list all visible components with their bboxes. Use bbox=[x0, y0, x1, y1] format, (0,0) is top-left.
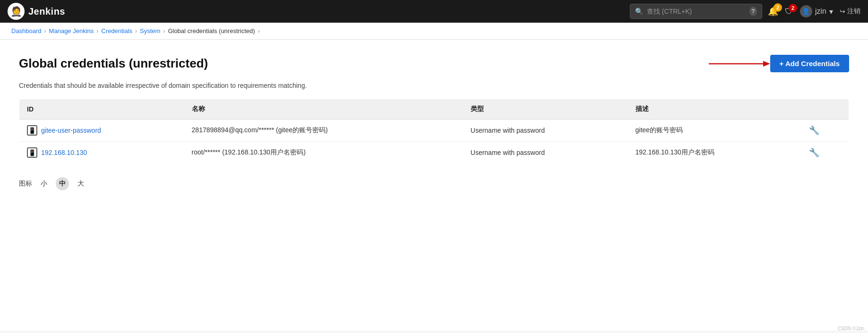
size-medium[interactable]: 中 bbox=[56, 177, 69, 190]
col-header-actions bbox=[801, 99, 849, 120]
size-selector-label: 图标 bbox=[19, 179, 32, 188]
size-large[interactable]: 大 bbox=[73, 179, 89, 189]
breadcrumb-manage-jenkins[interactable]: Manage Jenkins bbox=[49, 27, 94, 34]
breadcrumb-dashboard[interactable]: Dashboard bbox=[11, 27, 42, 34]
credential-type-icon: 📱 bbox=[27, 125, 37, 136]
watermark: CSDN ©Jzin bbox=[838, 326, 864, 331]
breadcrumb-sep-1: › bbox=[44, 28, 46, 34]
user-chevron-icon: ▾ bbox=[829, 7, 833, 16]
navbar: 🤵 Jenkins 🔍 ? 🔔 2 🛡 2 👤 jzin ▾ ↪ 注销 bbox=[0, 0, 868, 23]
svg-marker-1 bbox=[763, 61, 770, 67]
breadcrumb-system[interactable]: System bbox=[140, 27, 160, 34]
red-arrow-svg bbox=[709, 57, 770, 70]
page-header: Global credentials (unrestricted) + Add … bbox=[19, 55, 849, 72]
arrow-annotation: + Add Credentials bbox=[709, 55, 849, 72]
row-type-cell: Username with password bbox=[463, 142, 628, 164]
breadcrumb-sep-2: › bbox=[96, 28, 98, 34]
col-header-name: 名称 bbox=[184, 99, 463, 120]
credential-id-link[interactable]: gitee-user-password bbox=[41, 127, 101, 134]
row-id-cell: 📱 192.168.10.130 bbox=[19, 142, 184, 164]
brand-name: Jenkins bbox=[28, 6, 65, 17]
shield-count: 2 bbox=[789, 4, 797, 12]
credentials-table: ID 名称 类型 描述 📱 gitee-user-password 281789… bbox=[19, 99, 849, 164]
search-box[interactable]: 🔍 ? bbox=[630, 4, 762, 19]
row-name-cell: 2817898894@qq.com/****** (gitee的账号密码) bbox=[184, 120, 463, 142]
notifications-count: 2 bbox=[773, 3, 782, 12]
breadcrumb: Dashboard › Manage Jenkins › Credentials… bbox=[0, 23, 868, 40]
row-action-cell: 🔧 bbox=[801, 142, 849, 164]
user-avatar: 👤 bbox=[800, 5, 812, 17]
breadcrumb-sep-3: › bbox=[135, 28, 137, 34]
table-body: 📱 gitee-user-password 2817898894@qq.com/… bbox=[19, 120, 849, 164]
help-icon[interactable]: ? bbox=[749, 7, 757, 16]
row-description-cell: 192.168.10.130用户名密码 bbox=[628, 142, 801, 164]
credential-id-link[interactable]: 192.168.10.130 bbox=[41, 149, 87, 156]
breadcrumb-credentials[interactable]: Credentials bbox=[101, 27, 132, 34]
col-header-id: ID bbox=[19, 99, 184, 120]
size-selector: 图标 小 中 大 bbox=[19, 177, 849, 190]
logout-button[interactable]: ↪ 注销 bbox=[840, 7, 860, 16]
row-description-cell: gitee的账号密码 bbox=[628, 120, 801, 142]
jenkins-logo-icon: 🤵 bbox=[8, 3, 25, 20]
add-credentials-label: + Add Credentials bbox=[780, 60, 840, 68]
size-small[interactable]: 小 bbox=[36, 179, 52, 189]
notifications-bell[interactable]: 🔔 2 bbox=[768, 6, 778, 17]
search-input[interactable] bbox=[647, 8, 746, 15]
page-description: Credentials that should be available irr… bbox=[19, 82, 849, 89]
col-header-description: 描述 bbox=[628, 99, 801, 120]
username: jzin bbox=[815, 7, 826, 16]
page-title: Global credentials (unrestricted) bbox=[19, 56, 208, 71]
table-row: 📱 gitee-user-password 2817898894@qq.com/… bbox=[19, 120, 849, 142]
edit-icon[interactable]: 🔧 bbox=[809, 126, 819, 135]
credential-type-icon: 📱 bbox=[27, 147, 37, 158]
logout-label: 注销 bbox=[847, 7, 860, 16]
logo-area: 🤵 Jenkins bbox=[8, 3, 65, 20]
breadcrumb-sep-5: › bbox=[258, 28, 260, 34]
row-action-cell: 🔧 bbox=[801, 120, 849, 142]
breadcrumb-current: Global credentials (unrestricted) bbox=[168, 27, 255, 34]
search-icon: 🔍 bbox=[635, 8, 643, 15]
shield-notifications[interactable]: 🛡 2 bbox=[785, 7, 793, 17]
add-credentials-button[interactable]: + Add Credentials bbox=[770, 55, 849, 72]
row-id-cell: 📱 gitee-user-password bbox=[19, 120, 184, 142]
row-type-cell: Username with password bbox=[463, 120, 628, 142]
main-content: Global credentials (unrestricted) + Add … bbox=[0, 40, 868, 331]
edit-icon[interactable]: 🔧 bbox=[809, 148, 819, 157]
logout-icon: ↪ bbox=[840, 8, 845, 15]
col-header-type: 类型 bbox=[463, 99, 628, 120]
row-name-cell: root/****** (192.168.10.130用户名密码) bbox=[184, 142, 463, 164]
breadcrumb-sep-4: › bbox=[163, 28, 165, 34]
table-row: 📱 192.168.10.130 root/****** (192.168.10… bbox=[19, 142, 849, 164]
navbar-actions: 🔔 2 🛡 2 👤 jzin ▾ ↪ 注销 bbox=[768, 5, 860, 17]
user-menu[interactable]: 👤 jzin ▾ bbox=[800, 5, 833, 17]
table-header: ID 名称 类型 描述 bbox=[19, 99, 849, 120]
